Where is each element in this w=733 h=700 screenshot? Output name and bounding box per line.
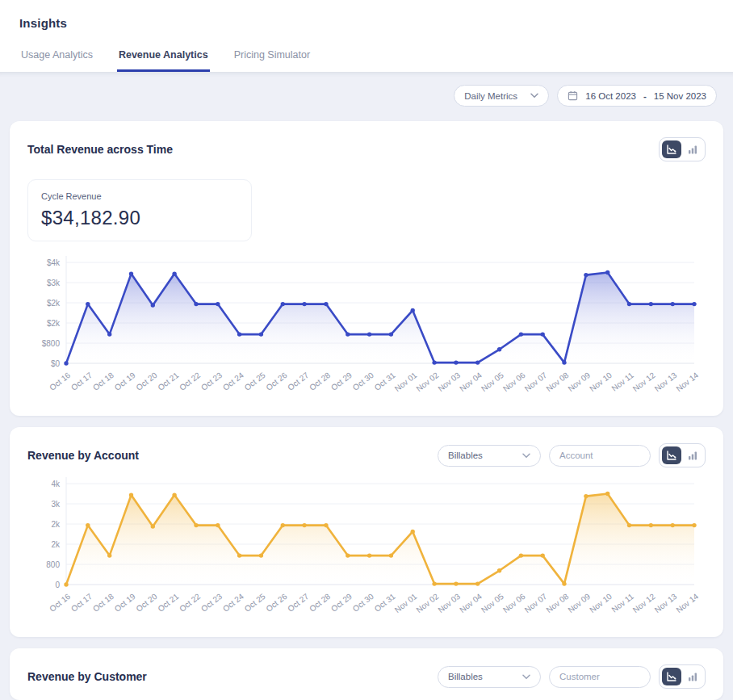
- svg-text:Nov 13: Nov 13: [653, 371, 679, 393]
- svg-text:Nov 10: Nov 10: [588, 371, 614, 393]
- area-fill: [66, 273, 694, 364]
- svg-text:Nov 11: Nov 11: [610, 371, 636, 393]
- bar-chart-icon: [687, 144, 698, 155]
- bar-chart-toggle-button[interactable]: [683, 446, 702, 464]
- cycle-revenue-stat: Cycle Revenue $34,182.90: [27, 179, 252, 241]
- billables-dropdown-value: Billables: [448, 672, 483, 681]
- line-chart-toggle-button[interactable]: [662, 140, 681, 158]
- svg-text:Nov 06: Nov 06: [501, 371, 527, 393]
- svg-text:Oct 25: Oct 25: [243, 592, 267, 614]
- svg-text:Nov 07: Nov 07: [523, 371, 549, 393]
- line-chart-toggle-button[interactable]: [662, 446, 681, 464]
- svg-text:Nov 05: Nov 05: [480, 371, 505, 393]
- svg-text:Oct 17: Oct 17: [69, 371, 94, 392]
- svg-text:Oct 31: Oct 31: [373, 592, 397, 614]
- customer-chart-controls: Billables: [438, 664, 706, 689]
- svg-text:Oct 19: Oct 19: [113, 592, 137, 614]
- svg-text:Oct 18: Oct 18: [91, 592, 115, 614]
- svg-text:Oct 30: Oct 30: [351, 371, 375, 392]
- billables-dropdown[interactable]: Billables: [438, 666, 541, 688]
- bar-chart-icon: [687, 450, 698, 461]
- svg-text:Oct 20: Oct 20: [135, 592, 159, 614]
- date-range-picker[interactable]: 16 Oct 2023 - 15 Nov 2023: [557, 85, 717, 107]
- tab-revenue-analytics[interactable]: Revenue Analytics: [117, 49, 210, 72]
- svg-text:Oct 18: Oct 18: [91, 371, 115, 392]
- svg-text:$800: $800: [42, 339, 61, 348]
- svg-text:Oct 24: Oct 24: [221, 371, 245, 392]
- svg-text:0: 0: [55, 581, 60, 589]
- svg-text:Nov 09: Nov 09: [566, 371, 592, 393]
- tab-pricing-simulator[interactable]: Pricing Simulator: [232, 49, 312, 72]
- svg-text:Oct 16: Oct 16: [48, 371, 72, 392]
- svg-text:Nov 06: Nov 06: [501, 592, 527, 614]
- svg-text:Nov 08: Nov 08: [545, 371, 571, 393]
- svg-text:$2k: $2k: [47, 319, 61, 328]
- svg-text:Nov 05: Nov 05: [480, 592, 505, 614]
- x-axis-labels: Oct 16Oct 17Oct 18Oct 19Oct 20Oct 21Oct …: [48, 592, 700, 614]
- revenue-by-account-area-chart[interactable]: 08002k2k3k4kOct 16Oct 17Oct 18Oct 19Oct …: [27, 472, 706, 626]
- card-title-revenue-by-account: Revenue by Account: [27, 449, 139, 462]
- tab-usage-analytics[interactable]: Usage Analytics: [19, 49, 94, 72]
- date-range-start: 16 Oct 2023: [585, 91, 636, 101]
- account-filter-field: [549, 445, 651, 467]
- svg-text:$3k: $3k: [47, 279, 61, 287]
- calendar-icon: [568, 90, 578, 101]
- stat-value: $34,182.90: [41, 207, 238, 229]
- account-filter-input[interactable]: [559, 451, 640, 460]
- bar-chart-toggle-button[interactable]: [683, 668, 702, 685]
- svg-text:Oct 23: Oct 23: [199, 592, 224, 614]
- metrics-dropdown-value: Daily Metrics: [464, 91, 517, 101]
- svg-text:Oct 29: Oct 29: [329, 371, 354, 392]
- svg-text:2k: 2k: [51, 540, 61, 549]
- svg-text:Nov 11: Nov 11: [610, 592, 636, 614]
- svg-text:Oct 19: Oct 19: [113, 371, 137, 392]
- svg-text:Nov 01: Nov 01: [393, 371, 419, 393]
- customer-filter-input[interactable]: [559, 672, 640, 681]
- line-chart-toggle-button[interactable]: [662, 668, 681, 685]
- chevron-down-icon: [522, 674, 530, 680]
- svg-text:$2k: $2k: [47, 299, 61, 308]
- y-axis-labels: 08002k2k3k4k: [46, 480, 61, 589]
- svg-text:Nov 12: Nov 12: [631, 592, 657, 614]
- date-range-end: 15 Nov 2023: [654, 91, 706, 101]
- svg-text:Nov 04: Nov 04: [458, 592, 484, 614]
- svg-text:3k: 3k: [51, 500, 61, 509]
- total-revenue-area-chart[interactable]: $0$800$2k$2k$3k$4kOct 16Oct 17Oct 18Oct …: [27, 251, 706, 404]
- svg-text:Oct 21: Oct 21: [156, 592, 180, 614]
- svg-text:Nov 01: Nov 01: [393, 592, 419, 614]
- metrics-dropdown[interactable]: Daily Metrics: [454, 85, 549, 107]
- svg-text:$0: $0: [51, 359, 61, 368]
- svg-text:Oct 25: Oct 25: [243, 371, 267, 392]
- card-title-total-revenue: Total Revenue across Time: [27, 143, 173, 156]
- page-header: Insights Usage Analytics Revenue Analyti…: [0, 0, 733, 72]
- chart-canvas: $0$800$2k$2k$3k$4kOct 16Oct 17Oct 18Oct …: [27, 251, 706, 401]
- bar-chart-toggle-button[interactable]: [683, 140, 702, 158]
- x-axis-labels: Oct 16Oct 17Oct 18Oct 19Oct 20Oct 21Oct …: [48, 371, 700, 393]
- billables-dropdown-value: Billables: [448, 451, 483, 460]
- svg-text:800: 800: [46, 560, 60, 569]
- customer-filter-field: [549, 666, 651, 688]
- svg-text:Nov 14: Nov 14: [674, 592, 700, 614]
- line-chart-icon: [666, 450, 677, 461]
- card-total-revenue: Total Revenue across Time: [10, 121, 723, 416]
- date-range-separator: -: [643, 91, 647, 101]
- account-chart-controls: Billables: [438, 443, 706, 467]
- tab-bar: Usage Analytics Revenue Analytics Pricin…: [19, 49, 714, 72]
- svg-text:Nov 13: Nov 13: [653, 592, 679, 614]
- y-axis-labels: $0$800$2k$2k$3k$4k: [42, 258, 61, 368]
- svg-text:Oct 28: Oct 28: [308, 592, 332, 614]
- chart-type-toggle: [659, 443, 706, 467]
- billables-dropdown[interactable]: Billables: [438, 445, 541, 467]
- svg-text:2k: 2k: [51, 520, 61, 529]
- svg-text:Oct 28: Oct 28: [308, 371, 332, 392]
- svg-text:Nov 03: Nov 03: [436, 371, 462, 393]
- svg-text:Oct 24: Oct 24: [221, 592, 245, 614]
- area-fill: [66, 494, 694, 585]
- chevron-down-icon: [530, 93, 538, 99]
- svg-text:Oct 30: Oct 30: [351, 592, 375, 614]
- svg-text:Nov 08: Nov 08: [545, 592, 571, 614]
- svg-text:Oct 16: Oct 16: [48, 592, 72, 614]
- card-title-revenue-by-customer: Revenue by Customer: [27, 670, 147, 683]
- line-chart-icon: [666, 144, 677, 155]
- toolbar: Daily Metrics 16 Oct 2023 - 15 Nov 2023: [10, 85, 717, 107]
